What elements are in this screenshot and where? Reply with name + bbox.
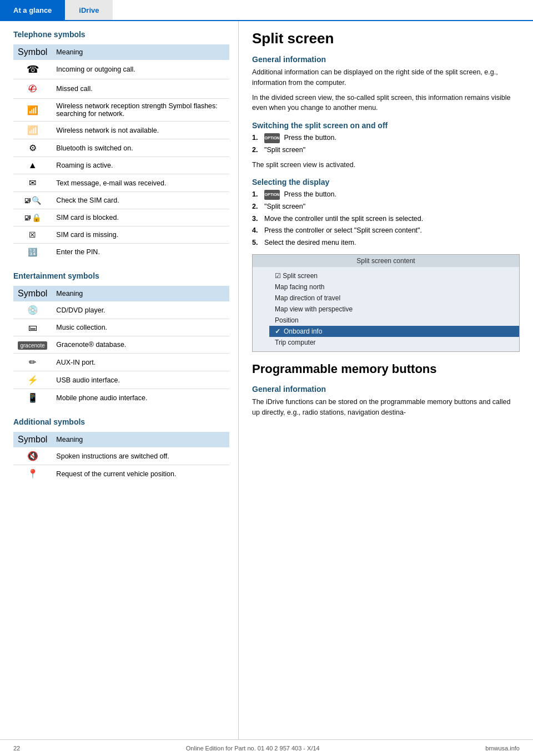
ent-meaning-6: Mobile phone audio interface. bbox=[52, 389, 229, 407]
table-row: 📶 Wireless network is not available. bbox=[13, 122, 229, 139]
prog-mem-gen-heading: General information bbox=[252, 385, 520, 394]
list-item: 5. Select the desired menu item. bbox=[252, 238, 520, 248]
tel-meaning-5: Bluetooth is switched on. bbox=[52, 139, 229, 157]
table-row: ✉ Text message, e-mail was received. bbox=[13, 174, 229, 192]
table-row: 🖴 Music collection. bbox=[13, 319, 229, 336]
mockup-item: Map view with perspective bbox=[269, 304, 519, 315]
general-info-text1: Additional information can be displayed … bbox=[252, 67, 520, 88]
sym: 📶 bbox=[13, 99, 52, 122]
table-row: ⚙ Bluetooth is switched on. bbox=[13, 139, 229, 157]
list-item: 4. Press the controller or select "Split… bbox=[252, 226, 520, 236]
prog-mem-gen-text: The iDrive functions can be stored on th… bbox=[252, 397, 520, 418]
prog-mem-title: Programmable memory buttons bbox=[252, 362, 520, 376]
entertainment-symbols-title: Entertainment symbols bbox=[13, 271, 229, 280]
ent-header-symbol: Symbol bbox=[13, 286, 52, 301]
table-row: 📍 Request of the current vehicle positio… bbox=[13, 465, 229, 483]
add-table-body: 🔇 Spoken instructions are switched off. … bbox=[13, 447, 229, 482]
sym: gracenote bbox=[13, 336, 52, 354]
mockup-item: Trip computer bbox=[269, 337, 519, 348]
entertainment-symbols-section: Entertainment symbols Symbol Meaning 💿 C… bbox=[13, 271, 229, 406]
left-column: Telephone symbols Symbol Meaning ☎ Incom… bbox=[0, 21, 239, 739]
mockup-item: ☑ Split screen bbox=[269, 270, 519, 281]
check-mark-icon: ✓ bbox=[275, 327, 280, 335]
sym: 🔢 bbox=[13, 244, 52, 261]
sym: 💿 bbox=[13, 301, 52, 319]
switching-heading: Switching the split screen on and off bbox=[252, 121, 520, 130]
tel-meaning-8: Check the SIM card. bbox=[52, 192, 229, 209]
list-item: 1. OPTION Press the button. bbox=[252, 133, 520, 143]
tel-meaning-7: Text message, e-mail was received. bbox=[52, 174, 229, 192]
add-header-meaning: Meaning bbox=[52, 432, 229, 447]
tab-at-a-glance-label: At a glance bbox=[13, 6, 52, 14]
option-button-icon: OPTION bbox=[264, 190, 280, 200]
sym: ☒ bbox=[13, 226, 52, 244]
split-screen-title: Split screen bbox=[252, 30, 520, 47]
sym: 🖳🔒 bbox=[13, 209, 52, 226]
add-meaning-1: Spoken instructions are switched off. bbox=[52, 447, 229, 465]
tel-header-meaning: Meaning bbox=[52, 44, 229, 60]
mockup-item: Position bbox=[269, 315, 519, 326]
table-row: 📶 Wireless network reception strength Sy… bbox=[13, 99, 229, 122]
tel-meaning-9: SIM card is blocked. bbox=[52, 209, 229, 226]
general-info-text2: In the divided screen view, the so-calle… bbox=[252, 93, 520, 114]
additional-symbols-title: Additional symbols bbox=[13, 417, 229, 426]
ent-table-body: 💿 CD/DVD player. 🖴 Music collection. gra… bbox=[13, 301, 229, 406]
sym: ▲ bbox=[13, 157, 52, 174]
selecting-steps-list: 1. OPTION Press the button. 2. "Split sc… bbox=[252, 190, 520, 248]
additional-symbols-section: Additional symbols Symbol Meaning 🔇 Spok… bbox=[13, 417, 229, 482]
sym: 🖴 bbox=[13, 319, 52, 336]
tel-meaning-4: Wireless network is not available. bbox=[52, 122, 229, 139]
sym: 📶 bbox=[13, 122, 52, 139]
table-row: ✏ AUX-IN port. bbox=[13, 354, 229, 371]
additional-symbols-table: Symbol Meaning 🔇 Spoken instructions are… bbox=[13, 432, 229, 482]
mockup-item-onboard-info: ✓ Onboard info bbox=[269, 326, 519, 337]
entertainment-symbols-table: Symbol Meaning 💿 CD/DVD player. 🖴 Music … bbox=[13, 286, 229, 406]
telephone-symbols-table: Symbol Meaning ☎ Incoming or outgoing ca… bbox=[13, 44, 229, 260]
ent-meaning-3: Gracenote® database. bbox=[52, 336, 229, 354]
tab-idrive-label: iDrive bbox=[79, 6, 99, 14]
mockup-item: Map facing north bbox=[269, 281, 519, 293]
table-row: 🖳🔒 SIM card is blocked. bbox=[13, 209, 229, 226]
table-row: 💿 CD/DVD player. bbox=[13, 301, 229, 319]
switching-steps-list: 1. OPTION Press the button. 2. "Split sc… bbox=[252, 133, 520, 155]
selecting-heading: Selecting the display bbox=[252, 178, 520, 187]
tab-at-a-glance[interactable]: At a glance bbox=[0, 0, 66, 20]
sym: ⚙ bbox=[13, 139, 52, 157]
ent-meaning-1: CD/DVD player. bbox=[52, 301, 229, 319]
sym: ✆ bbox=[13, 79, 52, 99]
sym: ✉ bbox=[13, 174, 52, 192]
sym: 🖳🔍 bbox=[13, 192, 52, 209]
table-row: 🔇 Spoken instructions are switched off. bbox=[13, 447, 229, 465]
tel-meaning-1: Incoming or outgoing call. bbox=[52, 60, 229, 79]
page-number: 22 bbox=[13, 745, 20, 752]
tel-meaning-6: Roaming is active. bbox=[52, 157, 229, 174]
list-item: 2. "Split screen" bbox=[252, 202, 520, 212]
tab-idrive[interactable]: iDrive bbox=[66, 0, 113, 20]
right-column: Split screen General information Additio… bbox=[239, 21, 533, 739]
tel-header-symbol: Symbol bbox=[13, 44, 52, 60]
main-content: Telephone symbols Symbol Meaning ☎ Incom… bbox=[0, 21, 533, 739]
tel-meaning-11: Enter the PIN. bbox=[52, 244, 229, 261]
footer-site: bmwusa.info bbox=[485, 745, 520, 752]
table-row: 📱 Mobile phone audio interface. bbox=[13, 389, 229, 407]
mockup-body: ☑ Split screen Map facing north Map dire… bbox=[253, 267, 519, 351]
footer-copyright: Online Edition for Part no. 01 40 2 957 … bbox=[186, 745, 320, 752]
table-row: gracenote Gracenote® database. bbox=[13, 336, 229, 354]
ent-meaning-2: Music collection. bbox=[52, 319, 229, 336]
tel-table-body: ☎ Incoming or outgoing call. ✆ Missed ca… bbox=[13, 60, 229, 260]
add-header-symbol: Symbol bbox=[13, 432, 52, 447]
add-meaning-2: Request of the current vehicle position. bbox=[52, 465, 229, 483]
option-button-icon: OPTION bbox=[264, 133, 280, 143]
table-row: ▲ Roaming is active. bbox=[13, 157, 229, 174]
switching-note: The split screen view is activated. bbox=[252, 160, 520, 170]
tel-meaning-10: SIM card is missing. bbox=[52, 226, 229, 244]
ent-meaning-5: USB audio interface. bbox=[52, 371, 229, 389]
table-row: ✆ Missed call. bbox=[13, 79, 229, 99]
footer: 22 Online Edition for Part no. 01 40 2 9… bbox=[0, 739, 533, 756]
table-row: 🔢 Enter the PIN. bbox=[13, 244, 229, 261]
ent-header-meaning: Meaning bbox=[52, 286, 229, 301]
sym: ✏ bbox=[13, 354, 52, 371]
table-row: 🖳🔍 Check the SIM card. bbox=[13, 192, 229, 209]
list-item: 3. Move the controller until the split s… bbox=[252, 214, 520, 224]
sym: ⚡ bbox=[13, 371, 52, 389]
